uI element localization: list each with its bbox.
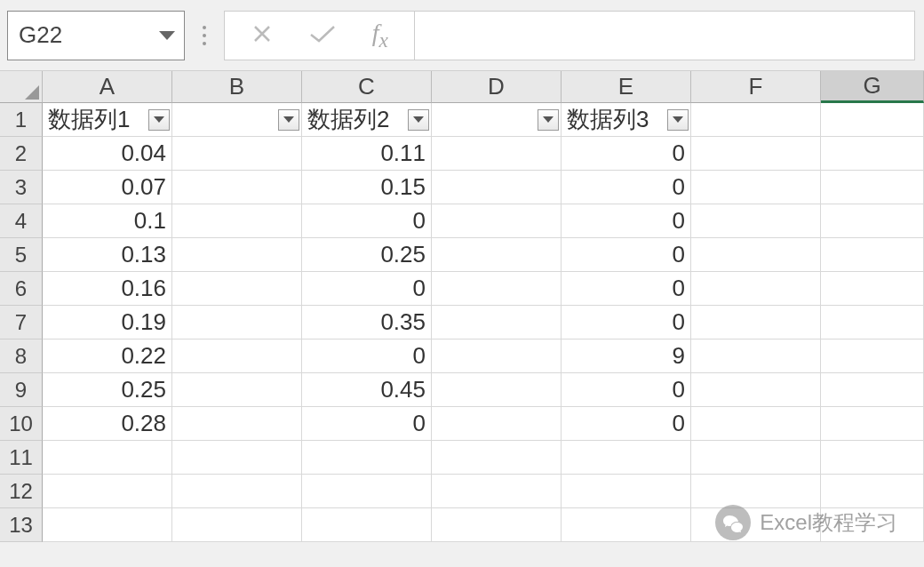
row-header-8[interactable]: 8	[0, 339, 43, 373]
cell-A10[interactable]: 0.28	[43, 407, 172, 441]
cell-A9[interactable]: 0.25	[43, 373, 172, 407]
cell-G4[interactable]	[821, 204, 924, 238]
cell-C2[interactable]: 0.11	[302, 137, 432, 171]
row-header-12[interactable]: 12	[0, 475, 43, 508]
cell-E12[interactable]	[562, 475, 691, 508]
cell-E4[interactable]: 0	[562, 204, 691, 238]
row-header-11[interactable]: 11	[0, 441, 43, 475]
cell-A7[interactable]: 0.19	[43, 306, 172, 339]
cancel-icon[interactable]	[251, 22, 274, 49]
cell-E8[interactable]: 9	[562, 339, 691, 373]
filter-dropdown-icon[interactable]	[278, 109, 299, 131]
cell-C5[interactable]: 0.25	[302, 238, 432, 272]
cell-A3[interactable]: 0.07	[43, 171, 172, 204]
cell-C13[interactable]	[302, 508, 432, 542]
cell-B12[interactable]	[172, 475, 302, 508]
row-header-5[interactable]: 5	[0, 238, 43, 272]
cell-D5[interactable]	[432, 238, 562, 272]
cell-F8[interactable]	[691, 339, 821, 373]
name-box[interactable]: G22	[7, 11, 185, 60]
cell-D3[interactable]	[432, 171, 562, 204]
cell-F2[interactable]	[691, 137, 821, 171]
cell-C9[interactable]: 0.45	[302, 373, 432, 407]
cell-G8[interactable]	[821, 339, 924, 373]
cell-A5[interactable]: 0.13	[43, 238, 172, 272]
cell-C3[interactable]: 0.15	[302, 171, 432, 204]
cell-E11[interactable]	[562, 441, 691, 475]
cell-F3[interactable]	[691, 171, 821, 204]
row-header-9[interactable]: 9	[0, 373, 43, 407]
cell-B7[interactable]	[172, 306, 302, 339]
cell-D13[interactable]	[432, 508, 562, 542]
cell-F6[interactable]	[691, 272, 821, 306]
column-header-F[interactable]: F	[691, 71, 821, 103]
formula-input[interactable]	[415, 11, 915, 60]
cell-E9[interactable]: 0	[562, 373, 691, 407]
cell-C12[interactable]	[302, 475, 432, 508]
cell-D10[interactable]	[432, 407, 562, 441]
cell-B10[interactable]	[172, 407, 302, 441]
cell-G11[interactable]	[821, 441, 924, 475]
confirm-check-icon[interactable]	[307, 22, 338, 49]
cell-F4[interactable]	[691, 204, 821, 238]
cell-B5[interactable]	[172, 238, 302, 272]
row-header-7[interactable]: 7	[0, 306, 43, 339]
cell-B2[interactable]	[172, 137, 302, 171]
cell-D11[interactable]	[432, 441, 562, 475]
cell-G6[interactable]	[821, 272, 924, 306]
cell-E13[interactable]	[562, 508, 691, 542]
cell-A12[interactable]	[43, 475, 172, 508]
filter-dropdown-icon[interactable]	[538, 109, 559, 131]
cell-D8[interactable]	[432, 339, 562, 373]
cell-D7[interactable]	[432, 306, 562, 339]
cell-B1[interactable]	[172, 103, 302, 137]
cell-E3[interactable]: 0	[562, 171, 691, 204]
cell-B4[interactable]	[172, 204, 302, 238]
cell-D9[interactable]	[432, 373, 562, 407]
cell-E2[interactable]: 0	[562, 137, 691, 171]
cell-A11[interactable]	[43, 441, 172, 475]
filter-dropdown-icon[interactable]	[408, 109, 429, 131]
cell-A6[interactable]: 0.16	[43, 272, 172, 306]
cell-B3[interactable]	[172, 171, 302, 204]
cell-G1[interactable]	[821, 103, 924, 137]
column-header-E[interactable]: E	[562, 71, 691, 103]
cell-F11[interactable]	[691, 441, 821, 475]
column-header-G[interactable]: G	[821, 71, 924, 103]
cell-B8[interactable]	[172, 339, 302, 373]
cell-E7[interactable]: 0	[562, 306, 691, 339]
row-header-2[interactable]: 2	[0, 137, 43, 171]
cell-G2[interactable]	[821, 137, 924, 171]
cell-C8[interactable]: 0	[302, 339, 432, 373]
cell-A1[interactable]: 数据列1	[43, 103, 172, 137]
cell-A2[interactable]: 0.04	[43, 137, 172, 171]
cell-F10[interactable]	[691, 407, 821, 441]
cell-D4[interactable]	[432, 204, 562, 238]
cell-C6[interactable]: 0	[302, 272, 432, 306]
cell-B11[interactable]	[172, 441, 302, 475]
name-box-dropdown-icon[interactable]	[159, 31, 175, 40]
cell-F5[interactable]	[691, 238, 821, 272]
row-header-3[interactable]: 3	[0, 171, 43, 204]
cell-D1[interactable]	[432, 103, 562, 137]
cell-F9[interactable]	[691, 373, 821, 407]
row-header-13[interactable]: 13	[0, 508, 43, 542]
cell-G10[interactable]	[821, 407, 924, 441]
cell-G12[interactable]	[821, 475, 924, 508]
cell-F1[interactable]	[691, 103, 821, 137]
column-header-A[interactable]: A	[43, 71, 172, 103]
cell-A13[interactable]	[43, 508, 172, 542]
cell-C1[interactable]: 数据列2	[302, 103, 432, 137]
column-header-D[interactable]: D	[432, 71, 562, 103]
cell-E5[interactable]: 0	[562, 238, 691, 272]
cell-C11[interactable]	[302, 441, 432, 475]
column-header-B[interactable]: B	[172, 71, 302, 103]
filter-dropdown-icon[interactable]	[148, 109, 170, 131]
cell-A8[interactable]: 0.22	[43, 339, 172, 373]
cell-F7[interactable]	[691, 306, 821, 339]
cell-E10[interactable]: 0	[562, 407, 691, 441]
cell-D6[interactable]	[432, 272, 562, 306]
cell-C4[interactable]: 0	[302, 204, 432, 238]
cell-B9[interactable]	[172, 373, 302, 407]
fx-icon[interactable]: fx	[372, 19, 388, 52]
